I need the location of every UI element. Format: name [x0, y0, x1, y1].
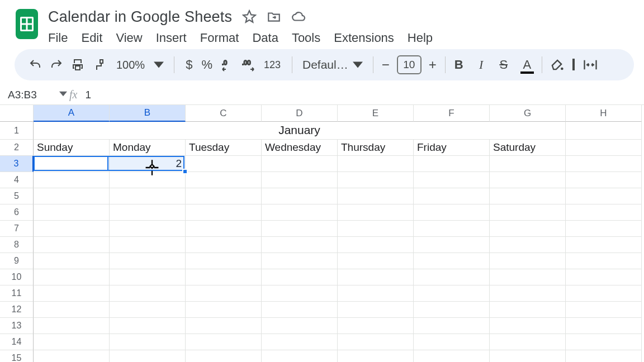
chevron-down-icon[interactable]	[59, 90, 69, 100]
column-header[interactable]: A	[34, 105, 110, 122]
cell[interactable]	[110, 172, 186, 188]
cell[interactable]	[262, 156, 338, 172]
cell[interactable]	[338, 318, 414, 334]
cell[interactable]	[186, 156, 262, 172]
cell[interactable]	[490, 253, 566, 269]
cell[interactable]	[34, 204, 110, 221]
cell[interactable]	[338, 172, 414, 188]
cell[interactable]	[566, 122, 642, 140]
cell[interactable]	[110, 350, 186, 362]
cell[interactable]	[186, 334, 262, 350]
cell[interactable]	[338, 253, 414, 269]
cell[interactable]	[262, 253, 338, 269]
menu-tools[interactable]: Tools	[292, 31, 320, 45]
cell[interactable]	[262, 237, 338, 253]
cell[interactable]	[338, 237, 414, 253]
cell[interactable]	[262, 285, 338, 302]
cell[interactable]	[414, 269, 490, 285]
row-header[interactable]: 13	[0, 318, 34, 334]
cell[interactable]	[414, 172, 490, 188]
cell[interactable]	[110, 253, 186, 269]
column-header[interactable]: B	[110, 105, 186, 122]
cell[interactable]	[110, 204, 186, 221]
cell[interactable]	[338, 188, 414, 204]
row-header[interactable]: 11	[0, 285, 34, 302]
cell[interactable]	[490, 269, 566, 285]
cloud-status-icon[interactable]	[291, 9, 306, 24]
cell[interactable]	[186, 253, 262, 269]
cell[interactable]	[186, 302, 262, 318]
cell[interactable]	[34, 285, 110, 302]
increase-font-size-button[interactable]: +	[427, 57, 438, 73]
row-header[interactable]: 12	[0, 302, 34, 318]
redo-button[interactable]	[46, 54, 67, 75]
row-header[interactable]: 14	[0, 334, 34, 350]
column-header[interactable]: G	[490, 105, 566, 122]
cell[interactable]	[338, 204, 414, 221]
cell[interactable]	[34, 318, 110, 334]
cell[interactable]	[414, 188, 490, 204]
cell[interactable]	[566, 188, 642, 204]
cell[interactable]	[262, 334, 338, 350]
paint-format-button[interactable]	[88, 54, 110, 75]
cell[interactable]	[34, 172, 110, 188]
cell[interactable]	[338, 285, 414, 302]
cell[interactable]	[110, 318, 186, 334]
cell[interactable]	[262, 204, 338, 221]
cell[interactable]	[262, 269, 338, 285]
fill-color-button[interactable]	[549, 57, 565, 73]
cell[interactable]	[34, 221, 110, 237]
format-currency-button[interactable]: $	[181, 58, 197, 72]
row-header[interactable]: 15	[0, 350, 34, 362]
undo-button[interactable]	[25, 54, 46, 75]
row-header[interactable]: 4	[0, 172, 34, 188]
cell[interactable]	[338, 350, 414, 362]
column-header[interactable]: D	[262, 105, 338, 122]
cell[interactable]	[414, 156, 490, 172]
cell[interactable]	[490, 350, 566, 362]
cell[interactable]	[338, 269, 414, 285]
cell[interactable]	[186, 172, 262, 188]
cell[interactable]	[186, 269, 262, 285]
cell[interactable]	[262, 172, 338, 188]
strikethrough-button[interactable]: S	[497, 58, 510, 72]
cell[interactable]	[414, 334, 490, 350]
cell[interactable]	[262, 221, 338, 237]
cell[interactable]	[490, 221, 566, 237]
cell[interactable]	[110, 188, 186, 204]
cell[interactable]	[490, 318, 566, 334]
cell[interactable]	[186, 221, 262, 237]
cell[interactable]	[414, 285, 490, 302]
move-to-folder-icon[interactable]	[267, 9, 281, 24]
cell[interactable]	[490, 334, 566, 350]
cell[interactable]	[566, 269, 642, 285]
row-header[interactable]: 3	[0, 156, 34, 172]
cell[interactable]	[110, 269, 186, 285]
cell[interactable]: 1	[34, 156, 110, 172]
cell[interactable]	[34, 334, 110, 350]
menu-help[interactable]: Help	[408, 31, 433, 45]
cell[interactable]	[566, 237, 642, 253]
cell[interactable]: Saturday	[490, 140, 566, 156]
menu-insert[interactable]: Insert	[156, 31, 187, 45]
cell[interactable]	[110, 221, 186, 237]
cell[interactable]	[34, 188, 110, 204]
text-color-button[interactable]: A	[519, 58, 535, 72]
format-percent-button[interactable]: %	[197, 58, 217, 72]
row-header[interactable]: 10	[0, 269, 34, 285]
cell[interactable]	[566, 350, 642, 362]
cell[interactable]	[34, 302, 110, 318]
cell[interactable]: Sunday	[34, 140, 110, 156]
cell[interactable]: Friday	[414, 140, 490, 156]
cell[interactable]	[338, 221, 414, 237]
menu-format[interactable]: Format	[200, 31, 239, 45]
cell[interactable]	[566, 140, 642, 156]
star-icon[interactable]	[242, 9, 257, 24]
cell[interactable]	[566, 318, 642, 334]
row-header[interactable]: 9	[0, 253, 34, 269]
cell[interactable]	[566, 204, 642, 221]
cell[interactable]	[566, 221, 642, 237]
cell[interactable]: Thursday	[338, 140, 414, 156]
italic-button[interactable]: I	[475, 58, 488, 72]
sheets-logo[interactable]	[13, 7, 40, 44]
